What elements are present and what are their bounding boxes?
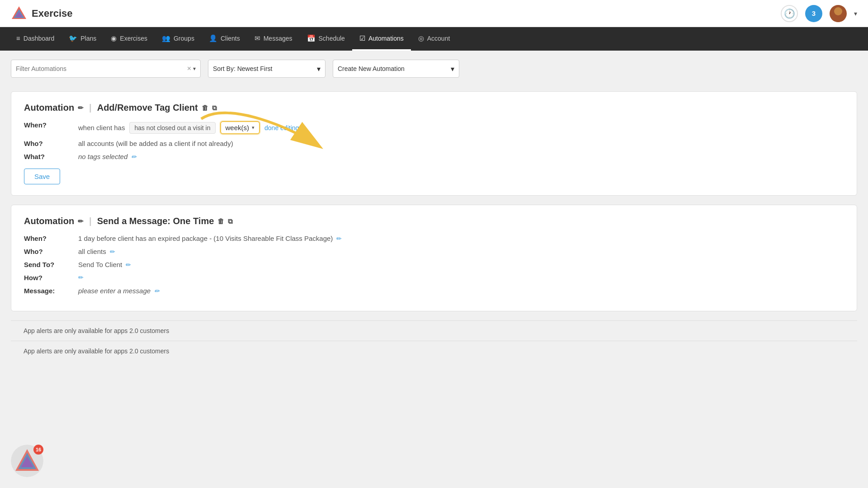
nav-item-plans[interactable]: 🐦 Plans <box>61 27 104 51</box>
clients-icon: 👤 <box>209 34 217 42</box>
nav-label-groups: Groups <box>174 35 194 42</box>
nav-bar: ≡ Dashboard 🐦 Plans ◉ Exercises 👥 Groups… <box>0 27 868 51</box>
auto2-message-value: please enter a message ✏ <box>78 287 844 295</box>
app-name: Exercise <box>32 8 73 19</box>
top-bar-right: 🕐 3 ▾ <box>781 5 857 22</box>
auto1-what-row: What? no tags selected ✏ <box>24 153 844 160</box>
nav-item-messages[interactable]: ✉ Messages <box>247 27 300 51</box>
auto1-who-label: Who? <box>24 140 78 147</box>
auto2-prefix: Automation <box>24 216 74 226</box>
auto1-when-condition: has not closed out a visit in <box>129 122 215 134</box>
auto2-when-edit-icon[interactable]: ✏ <box>336 235 342 242</box>
auto2-when-text: 1 day before client has an expired packa… <box>78 235 333 242</box>
auto2-when-label: When? <box>24 235 78 242</box>
sort-select-label: Sort By: Newest First <box>213 65 317 72</box>
auto2-sendto-row: Send To? Send To Client ✏ <box>24 261 844 268</box>
avatar-chevron-icon[interactable]: ▾ <box>854 10 857 17</box>
auto1-what-text: no tags selected <box>78 153 127 160</box>
plans-icon: 🐦 <box>69 34 77 42</box>
nav-item-groups[interactable]: 👥 Groups <box>155 27 202 51</box>
messages-icon: ✉ <box>255 34 260 42</box>
svg-point-4 <box>832 15 844 22</box>
automations-icon: ☑ <box>359 34 365 42</box>
nav-item-schedule[interactable]: 📅 Schedule <box>300 27 352 51</box>
filter-bar: × ▾ Sort By: Newest First ▾ Create New A… <box>0 51 868 87</box>
nav-item-exercises[interactable]: ◉ Exercises <box>104 27 155 51</box>
auto2-sendto-text: Send To Client <box>78 261 122 268</box>
create-automation-button[interactable]: Create New Automation ▾ <box>333 60 459 78</box>
auto1-what-label: What? <box>24 153 78 160</box>
automation-1-title: Automation ✏ | Add/Remove Tag Client 🗑 ⧉ <box>24 103 844 113</box>
auto2-who-value: all clients ✏ <box>78 248 844 255</box>
auto1-copy-icon[interactable]: ⧉ <box>212 104 217 112</box>
schedule-icon: 📅 <box>307 34 316 42</box>
auto1-save-button[interactable]: Save <box>24 169 60 184</box>
auto2-edit-icon[interactable]: ✏ <box>78 217 84 225</box>
chatbot-badge: 16 <box>33 445 43 455</box>
avatar <box>830 5 847 22</box>
auto2-sendto-edit-icon[interactable]: ✏ <box>126 261 131 268</box>
auto1-done-editing-link[interactable]: done editing <box>264 124 299 131</box>
auto2-message-text: please enter a message <box>78 287 151 295</box>
auto2-copy-icon[interactable]: ⧉ <box>228 217 233 225</box>
auto2-how-row: How? ✏ <box>24 274 844 282</box>
auto1-when-prefix: when client has <box>78 124 125 131</box>
nav-label-plans: Plans <box>80 35 96 42</box>
app-alert-1: App alerts are only available for apps 2… <box>11 320 857 341</box>
auto1-when-row: When? when client has has not closed out… <box>24 121 844 134</box>
filter-chevron-icon[interactable]: ▾ <box>193 66 196 72</box>
nav-item-dashboard[interactable]: ≡ Dashboard <box>9 27 61 51</box>
auto2-how-label: How? <box>24 274 78 282</box>
auto1-when-label: When? <box>24 121 78 129</box>
auto2-title-main: Send a Message: One Time <box>97 216 214 226</box>
nav-item-account[interactable]: ◎ Account <box>411 27 458 51</box>
auto1-weeks-select[interactable]: week(s) ▾ <box>220 121 260 134</box>
nav-label-messages: Messages <box>264 35 292 42</box>
notification-badge[interactable]: 3 <box>805 5 822 22</box>
auto2-when-row: When? 1 day before client has an expired… <box>24 235 844 242</box>
auto2-who-edit-icon[interactable]: ✏ <box>110 248 115 255</box>
auto1-weeks-label: week(s) <box>226 124 250 131</box>
create-automation-label: Create New Automation <box>338 65 451 72</box>
nav-label-automations: Automations <box>368 35 404 42</box>
nav-label-clients: Clients <box>221 35 240 42</box>
content: Automation ✏ | Add/Remove Tag Client 🗑 ⧉… <box>0 87 868 488</box>
auto2-trash-icon[interactable]: 🗑 <box>217 217 224 225</box>
auto1-who-value: all accounts (will be added as a client … <box>78 140 844 147</box>
auto1-who-text: all accounts (will be added as a client … <box>78 140 233 147</box>
auto1-edit-icon[interactable]: ✏ <box>78 104 84 112</box>
auto1-who-row: Who? all accounts (will be added as a cl… <box>24 140 844 147</box>
logo-icon <box>11 5 27 22</box>
account-icon: ◎ <box>418 34 424 42</box>
nav-label-schedule: Schedule <box>319 35 345 42</box>
automation-card-1: Automation ✏ | Add/Remove Tag Client 🗑 ⧉… <box>11 91 857 196</box>
nav-item-automations[interactable]: ☑ Automations <box>352 27 411 51</box>
auto1-weeks-chevron-icon: ▾ <box>252 125 255 131</box>
dashboard-icon: ≡ <box>16 34 20 42</box>
nav-item-clients[interactable]: 👤 Clients <box>202 27 247 51</box>
filter-input[interactable] <box>16 65 187 72</box>
auto1-title-main: Add/Remove Tag Client <box>97 103 198 113</box>
filter-input-wrap[interactable]: × ▾ <box>11 60 201 78</box>
app-alert-2: App alerts are only available for apps 2… <box>11 341 857 361</box>
nav-label-dashboard: Dashboard <box>24 35 55 42</box>
sort-select[interactable]: Sort By: Newest First ▾ <box>208 60 326 78</box>
sort-chevron-icon: ▾ <box>317 65 321 73</box>
auto2-sendto-value: Send To Client ✏ <box>78 261 844 268</box>
chatbot-widget[interactable]: 16 <box>11 445 43 477</box>
top-bar: Exercise 🕐 3 ▾ <box>0 0 868 27</box>
auto2-message-edit-icon[interactable]: ✏ <box>154 287 160 295</box>
auto1-trash-icon[interactable]: 🗑 <box>202 104 208 112</box>
filter-clear-icon[interactable]: × <box>187 65 191 73</box>
auto2-when-value: 1 day before client has an expired packa… <box>78 235 844 242</box>
svg-point-3 <box>834 7 842 15</box>
auto2-how-value: ✏ <box>78 274 844 281</box>
auto2-message-row: Message: please enter a message ✏ <box>24 287 844 295</box>
auto1-what-edit-icon[interactable]: ✏ <box>131 153 137 160</box>
exercises-icon: ◉ <box>111 34 117 42</box>
timer-button[interactable]: 🕐 <box>781 5 798 22</box>
automation-card-2: Automation ✏ | Send a Message: One Time … <box>11 205 857 311</box>
groups-icon: 👥 <box>162 34 170 42</box>
auto2-how-edit-icon[interactable]: ✏ <box>78 274 84 281</box>
auto1-prefix: Automation <box>24 103 74 113</box>
